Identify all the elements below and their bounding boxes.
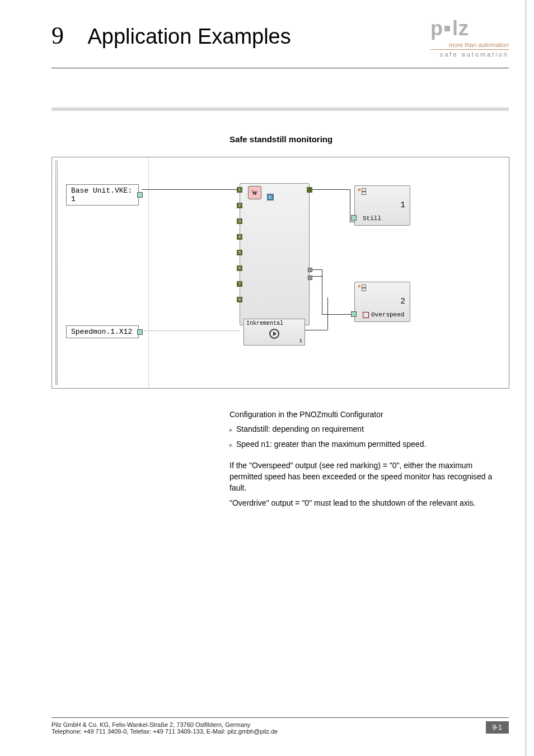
bullet-standstill: Standstill: depending on requirement [229, 423, 504, 435]
port-speedmon-label: Speedmon.1.X12 [71, 328, 132, 336]
pin-left-6: 6 [237, 265, 242, 271]
intro-line: Configuration in the PNOZmulti Configura… [229, 409, 504, 420]
speed-monitor-block: n K 1 2 3 4 5 6 7 8 [240, 183, 310, 325]
output-still-label: Still [363, 215, 381, 222]
pin-left-5: 5 [237, 250, 242, 255]
k-marker-icon: K [267, 194, 274, 200]
pin-right-top [307, 187, 312, 193]
pin-left-8: 8 [237, 297, 242, 302]
bullet-speed: Speed n1: greater than the maximum permi… [229, 438, 504, 450]
chapter-number: 9 [51, 22, 64, 49]
port-base-unit: Base Unit.VKE: 1 [66, 184, 139, 206]
page-footer: Pilz GmbH & Co. KG, Felix-Wankel-Straße … [51, 717, 509, 735]
output-block-still: 1 Still [354, 185, 410, 226]
inkremental-label: Inkremental [246, 320, 283, 326]
configurator-diagram: Base Unit.VKE: 1 Speedmon.1.X12 n [51, 157, 509, 389]
pin-left-1: 1 [237, 187, 242, 193]
chapter-title: Application Examples [87, 25, 291, 48]
page-number: 9-1 [486, 721, 509, 734]
output-overspeed-label: Overspeed [363, 311, 404, 318]
pin-left-7: 7 [237, 281, 242, 287]
divider-rule [51, 108, 509, 111]
para-overspeed: If the "Overspeed" output (see red marki… [229, 460, 504, 494]
page-header: 9 Application Examples plz more than aut… [51, 21, 509, 68]
output-overspeed-num: 2 [401, 297, 405, 306]
output-block-overspeed: 2 Overspeed [354, 282, 410, 322]
pin-left-2: 2 [237, 203, 242, 208]
footer-address: Pilz GmbH & Co. KG, Felix-Wankel-Straße … [51, 721, 278, 728]
output-icon [358, 188, 371, 199]
brand-logo: plz more than automation safe automation [430, 17, 509, 58]
pin-left-3: 3 [237, 218, 242, 224]
pin-out-b [308, 276, 312, 280]
inkremental-block: Inkremental 1 [243, 319, 305, 346]
pin-left-4: 4 [237, 234, 242, 240]
speed-icon: n [248, 186, 261, 199]
port-base-unit-label: Base Unit.VKE: 1 [71, 186, 134, 203]
logo-tagline-1: more than automation [430, 41, 509, 50]
play-icon [269, 329, 279, 339]
logo-word: plz [430, 17, 509, 40]
output-icon [358, 284, 371, 296]
section-heading: Safe standstill monitoring [229, 134, 332, 144]
footer-contact: Telephone: +49 711 3409-0, Telefax: +49 … [51, 728, 278, 735]
port-speedmon: Speedmon.1.X12 [66, 325, 139, 338]
para-overdrive: "Overdrive" output = "0" must lead to th… [229, 497, 504, 508]
output-still-num: 1 [401, 200, 405, 209]
body-text: Configuration in the PNOZmulti Configura… [229, 409, 504, 512]
inkremental-corner: 1 [299, 338, 302, 344]
pin-out-a [308, 268, 312, 272]
logo-tagline-2: safe automation [430, 51, 509, 58]
